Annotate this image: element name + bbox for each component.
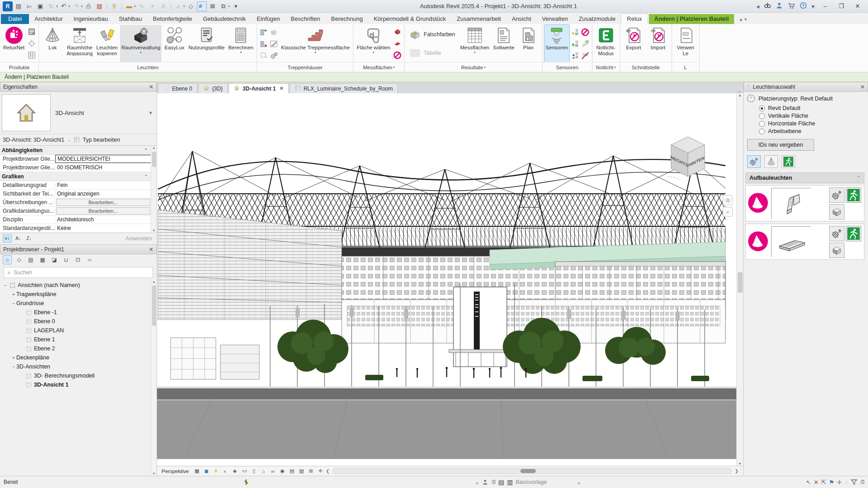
tree-item-lageplan[interactable]: LAGEPLAN [0,326,157,335]
tab-verwalten[interactable]: Verwalten [537,14,573,24]
tree-toggle-icon[interactable]: − [3,282,8,288]
sensor-add-icon[interactable] [571,28,580,37]
tab-ansicht[interactable]: Ansicht [506,14,537,24]
easylux-button[interactable]: EasyLux [162,25,186,62]
radio-icon[interactable] [759,121,765,127]
marker-icon[interactable]: ◇ [186,1,196,11]
home-view-icon[interactable]: ⌂ [173,1,183,11]
sensor-off-icon[interactable] [581,51,590,60]
spot-luminaires-toggle[interactable] [747,155,761,168]
notlicht--button[interactable]: Notlicht-Modus [594,25,618,62]
sort-za-icon[interactable]: Z↓ [24,234,33,243]
sensor-delete-icon[interactable] [581,28,590,37]
displace-icon[interactable]: ✛ [316,467,324,475]
red-plane-icon[interactable] [393,39,402,48]
panel-label-schnittstelle[interactable]: Schnittstelle [620,62,672,72]
search-icon[interactable] [764,2,771,10]
browser-sheet-icon[interactable]: ◪ [50,255,59,264]
property-value[interactable]: MODELLIERSICHTEI [55,155,157,163]
stair-gears-icon[interactable] [269,51,278,60]
sollwerte-button[interactable]: Sollwerte [491,25,515,62]
selection-set-icon[interactable]: ◌ [844,479,848,486]
edit-type-button[interactable]: Typ bearbeiten [83,137,120,143]
type-selector[interactable]: 3D-Ansicht: 3D-Ansicht1 ⌄ Typ bearbeiten [0,134,157,145]
property-value[interactable]: Architektonisch [55,216,157,223]
chevron-down-icon[interactable]: ▾ [474,51,476,54]
messfl-chen-button[interactable]: Messflächen▾ [459,25,491,62]
luminaire-settings-button[interactable] [829,226,844,241]
restore-button[interactable]: ❐ [835,3,847,10]
properties-close-icon[interactable]: ✕ [149,84,153,90]
revit-logo-icon[interactable]: R [3,1,13,11]
luminaire-card-2[interactable] [745,224,864,260]
model-display-icon[interactable]: ▦ [193,467,201,475]
tab-zusatzmodule[interactable]: Zusatzmodule [573,14,621,24]
reluxnet-button[interactable]: ReluxNet [2,25,26,62]
panel-label-sensoren[interactable]: Sensoren [543,62,592,72]
tab--ndern-platzieren-bauteil[interactable]: Ändern | Platzieren Bauteil [649,14,734,24]
collapse-arrow-icon[interactable]: ◂ [756,3,759,10]
chevron-down-icon[interactable]: ▾ [140,51,142,54]
delete-area-icon[interactable] [393,51,402,60]
tab-stahlbau[interactable]: Stahlbau [113,14,147,24]
luminaire-panel-header[interactable]: ⌃ Leuchtenauswahl ✕ [744,82,868,92]
design-options-icon[interactable]: ▤ [498,478,504,486]
pin-icon[interactable]: ⚲ [110,1,119,11]
plan-button[interactable]: Plan [517,25,540,62]
tree-item-3d-berechnungsmodell[interactable]: 3D- Berechnungsmodell [0,371,157,380]
chevron-down-icon[interactable]: ⌄ [475,479,479,485]
constraints-icon[interactable]: ⊞ [307,467,315,475]
browser-schedule-icon[interactable]: ▦ [38,255,47,264]
property-value[interactable]: 00 ISOMETRISCH [55,164,157,171]
panel-label-messflächen[interactable]: Messflächen▾ [353,62,404,72]
placement-option-horizontale-fl-che[interactable]: Horizontale Fläche [759,120,868,127]
browser-list-icon[interactable]: ▤ [26,255,35,264]
browser-group-icon[interactable]: ⊡ [73,255,82,264]
panel-label-l[interactable]: L [672,62,699,72]
fl-che-w-hlen-button[interactable]: Fläche wählen▾ [355,25,391,62]
view-tab--3d-[interactable]: {3D} [198,83,228,93]
view-tab-rlx-luminaire-schedule-by-room[interactable]: RLX_Luminaire_Schedule_by_Room [290,83,398,93]
transfer-icon[interactable]: ▤ [95,1,105,11]
luminaire-3d-button[interactable] [829,243,844,258]
close-button[interactable]: ✕ [852,3,863,10]
luminaire-panel-close-icon[interactable]: ✕ [860,84,865,90]
properties-scrollbar[interactable]: ▲▼ [151,146,157,233]
apply-button[interactable]: Anwenden [125,235,154,242]
scroll-left-icon[interactable]: ❮ [326,469,329,474]
undo-icon[interactable]: ↶ [59,1,69,11]
view-tab-menu-icon[interactable]: ⌄ [738,88,741,93]
chevron-down-icon[interactable]: ▾ [393,66,395,69]
select-stair-icon[interactable] [259,51,268,60]
perspective-scale-button[interactable]: Perspektive [162,469,189,474]
placement-option-vertikale-fl-che[interactable]: Vertikale Fläche [759,113,868,119]
scrollbar-thumb[interactable] [520,469,536,473]
falschfarben-button[interactable]: Falschfarben [407,28,457,41]
chevron-down-icon[interactable]: ▾ [56,5,58,8]
worksharing-display-icon[interactable]: ▤ [288,467,296,475]
scrollbar-thumb[interactable] [152,285,156,326]
property-value[interactable]: Fein [55,182,157,188]
tab-geb-udetechnik[interactable]: Gebäudetechnik [197,14,251,24]
chevron-up-icon[interactable]: ⌃ [747,85,750,89]
drawing-canvas[interactable]: RECHTS HINTEN ◎ ⌕ [157,93,736,466]
edit-button[interactable]: Bearbeiten... [56,207,150,215]
drag-on-selection-icon[interactable]: ✛ [837,479,842,486]
tree-item-deckenpl-ne[interactable]: +Deckenpläne [0,353,157,362]
radio-icon[interactable] [759,129,765,134]
text-icon[interactable]: A [158,1,168,11]
type-preview[interactable]: 3D-Ansicht ▼ [0,92,157,134]
sensor-person-icon[interactable] [571,51,580,60]
area-luminaires-toggle[interactable] [764,155,778,168]
chevron-down-icon[interactable]: ▾ [229,5,230,8]
select-links-icon[interactable]: ↖ [806,479,811,486]
select-underlay-icon[interactable]: ✕ [814,479,819,486]
tab-datei[interactable]: Datei [1,14,29,24]
chevron-down-icon[interactable]: ▾ [69,5,71,8]
browser-home-icon[interactable]: ⌂ [3,255,12,264]
visual-style-icon[interactable]: ◼ [202,467,210,475]
render-icon[interactable]: ◈ [231,467,239,475]
steering-wheel-icon[interactable]: ◎ [723,195,733,205]
unlocked-view-icon[interactable]: ⌂ [259,467,267,475]
sensoren-button[interactable]: Sensoren [544,25,569,62]
